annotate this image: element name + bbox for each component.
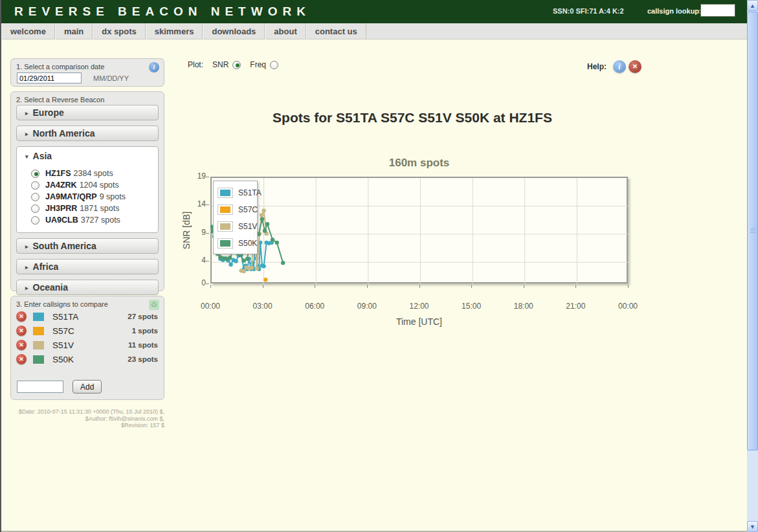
y-tick-mark <box>206 233 209 234</box>
info-icon[interactable]: i <box>149 62 159 72</box>
delete-icon[interactable]: ✕ <box>16 354 27 364</box>
region-bar-north-america[interactable]: ▸North America <box>16 126 159 141</box>
legend-label: S50K <box>238 239 257 248</box>
legend-item-s57c: S57C <box>217 201 257 218</box>
color-swatch <box>33 355 44 364</box>
x-tick-label: 09:00 <box>348 302 386 311</box>
plot-option-radio-snr[interactable] <box>232 61 241 69</box>
x-tick-label: 21:00 <box>556 302 595 311</box>
chart-title: 160m spots <box>210 157 628 170</box>
y-tick-label: 0 <box>184 278 206 287</box>
beacon-callsign: JA4ZRK <box>45 181 77 190</box>
beacon-option-hz1fs[interactable]: HZ1FS2384 spots <box>17 168 158 179</box>
add-callsign-row: Add <box>17 380 102 393</box>
region-bar-africa[interactable]: ▸Africa <box>16 259 159 274</box>
region-bar-asia[interactable]: ▾Asia <box>17 147 158 168</box>
region-panel-asia: ▾AsiaHZ1FS2384 spotsJA4ZRK1204 spotsJA9M… <box>16 146 159 233</box>
radio-button-selected[interactable] <box>31 170 39 178</box>
region-bar-south-america[interactable]: ▸South America <box>16 238 159 254</box>
chevron-right-icon: ▸ <box>25 264 28 271</box>
scrollbar-up-arrow[interactable]: ▲ <box>747 0 758 11</box>
beacon-option-ja9mat-qrp[interactable]: JA9MAT/QRP9 spots <box>17 191 158 203</box>
callsign-row-s50k: ✕S50K23 spots <box>11 352 164 366</box>
add-callsign-input[interactable] <box>17 381 63 393</box>
chart-legend: S51TAS57CS51VS50K <box>213 181 258 254</box>
legend-swatch <box>220 223 230 230</box>
x-tick-label: 15:00 <box>452 302 491 311</box>
callsign-lookup-input[interactable] <box>700 4 735 17</box>
chevron-right-icon: ▸ <box>25 110 28 116</box>
color-swatch <box>33 341 44 349</box>
legend-swatch-frame <box>217 221 233 232</box>
x-tick-label: 03:00 <box>243 302 282 311</box>
color-swatch <box>33 313 44 321</box>
nav-tab-contact-us[interactable]: contact us <box>306 23 366 39</box>
nav-tab-main[interactable]: main <box>55 23 93 39</box>
page: REVERSE BEACON NETWORK SSN:0 SFI:71 A:4 … <box>0 0 747 532</box>
y-tick-label: 9 <box>184 228 206 237</box>
compare-callsigns-section: 3. Enter callsigns to compare ♻ ✕S51TA27… <box>10 296 164 400</box>
vertical-scrollbar[interactable]: ▲ ▼ <box>747 0 758 532</box>
chevron-right-icon: ▸ <box>25 243 28 250</box>
beacon-callsign: JA9MAT/QRP <box>45 192 97 201</box>
help-info-icon[interactable]: i <box>613 60 626 73</box>
y-tick-mark <box>206 283 209 284</box>
delete-icon[interactable]: ✕ <box>16 326 27 336</box>
legend-swatch-frame <box>217 188 233 198</box>
help-close-icon[interactable]: ✕ <box>629 60 641 73</box>
legend-label: S57C <box>238 205 258 214</box>
callsign-label: S51V <box>52 340 74 350</box>
nav-tab-skimmers[interactable]: skimmers <box>146 23 203 39</box>
x-tick-mark <box>263 285 263 288</box>
callsign-label: S51TA <box>52 312 78 322</box>
recycle-icon[interactable]: ♻ <box>149 300 159 310</box>
help-label: Help: <box>587 62 607 71</box>
comparison-date-input[interactable] <box>17 72 82 83</box>
radio-button[interactable] <box>31 205 39 213</box>
plot-option-label-freq: Freq <box>250 60 266 69</box>
nav-bar: welcomemaindx spotsskimmersdownloadsabou… <box>1 23 748 39</box>
radio-button[interactable] <box>31 181 39 190</box>
plot-option-radio-freq[interactable] <box>270 61 278 69</box>
y-tick-mark <box>206 205 209 205</box>
nav-tab-dx-spots[interactable]: dx spots <box>93 23 145 39</box>
callsign-list: ✕S51TA27 spots✕S57C1 spots✕S51V11 spots✕… <box>11 309 164 366</box>
beacon-option-ua9clb[interactable]: UA9CLB3727 spots <box>17 214 158 226</box>
beacon-option-ja4zrk[interactable]: JA4ZRK1204 spots <box>17 179 158 191</box>
x-tick-mark <box>315 285 315 288</box>
radio-button[interactable] <box>31 193 39 201</box>
compare-callsigns-title: 3. Enter callsigns to compare <box>11 296 164 309</box>
region-bar-oceania[interactable]: ▸Oceania <box>16 280 159 295</box>
legend-swatch-frame <box>217 205 233 215</box>
chevron-right-icon: ▸ <box>25 131 28 137</box>
plot-label: Plot: <box>188 60 203 69</box>
nav-tab-downloads[interactable]: downloads <box>203 23 265 39</box>
date-format-hint: MM/DD/YY <box>93 74 129 82</box>
legend-label: S51V <box>238 222 257 231</box>
x-tick-mark <box>367 285 368 288</box>
region-accordion: ▸Europe▸North America▾AsiaHZ1FS2384 spot… <box>11 105 164 295</box>
region-bar-europe[interactable]: ▸Europe <box>16 105 159 120</box>
comparison-date-section: 1. Select a comparison date i MM/DD/YY <box>10 58 164 87</box>
region-label: Africa <box>33 261 59 272</box>
scrollbar-down-arrow[interactable]: ▼ <box>747 521 758 532</box>
add-callsign-button[interactable]: Add <box>72 380 102 393</box>
reverse-beacon-title: 2. Select a Reverse Beacon <box>11 92 164 105</box>
delete-icon[interactable]: ✕ <box>16 340 27 350</box>
x-tick-mark <box>575 285 576 288</box>
x-tick-mark <box>628 285 629 288</box>
scrollbar-thumb[interactable] <box>747 12 758 450</box>
beacon-option-jh3prr[interactable]: JH3PRR1871 spots <box>17 203 158 214</box>
comparison-date-title: 1. Select a comparison date <box>11 59 164 72</box>
delete-icon[interactable]: ✕ <box>16 311 27 322</box>
radio-button[interactable] <box>31 216 39 225</box>
callsign-row-s51ta: ✕S51TA27 spots <box>11 309 164 324</box>
chart-plot-area <box>210 177 628 283</box>
x-tick-label: 12:00 <box>400 302 439 311</box>
nav-tab-welcome[interactable]: welcome <box>1 23 55 39</box>
region-label: Asia <box>33 151 52 161</box>
legend-item-s51v: S51V <box>217 218 257 235</box>
nav-tab-about[interactable]: about <box>265 23 306 39</box>
callsign-row-s57c: ✕S57C1 spots <box>11 324 164 338</box>
region-label: North America <box>33 128 95 139</box>
